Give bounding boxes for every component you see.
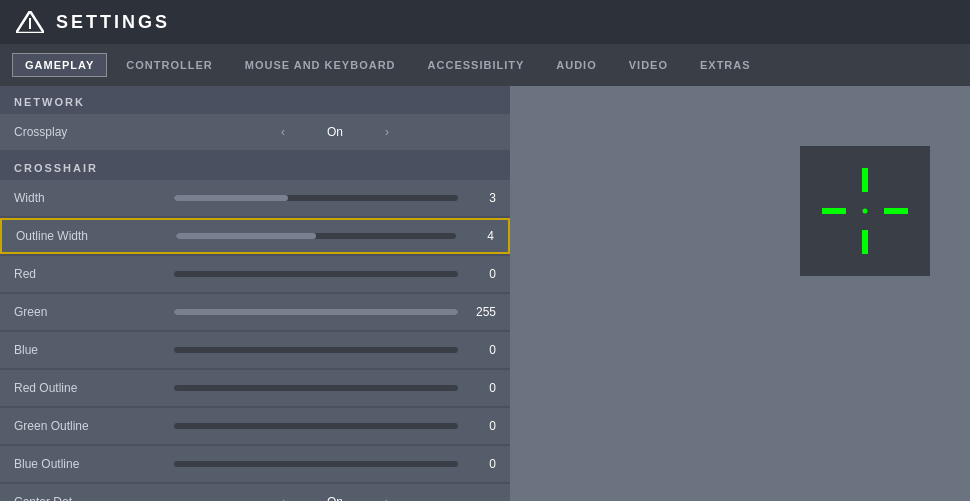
crossplay-control: ‹ On › [174,125,496,139]
main-content: NETWORK Crossplay ‹ On › CROSSHAIR Width… [0,86,970,501]
setting-width: Width 3 [0,180,510,216]
green-outline-slider[interactable] [174,423,458,429]
tab-video[interactable]: VIDEO [616,53,681,77]
crossplay-right-arrow[interactable]: › [377,125,397,139]
red-outline-value: 0 [466,381,496,395]
green-value: 255 [466,305,496,319]
crosshair-preview-svg [800,146,930,276]
section-network-header: NETWORK [0,86,510,114]
red-outline-control: 0 [174,381,496,395]
settings-panel: NETWORK Crossplay ‹ On › CROSSHAIR Width… [0,86,510,501]
red-control: 0 [174,267,496,281]
svg-rect-5 [822,208,846,214]
svg-rect-6 [884,208,908,214]
center-dot-right-arrow[interactable]: › [377,495,397,501]
header: SETTINGS [0,0,970,44]
center-dot-value: On [305,495,365,501]
svg-rect-3 [862,168,868,192]
setting-red: Red 0 [0,256,510,292]
setting-crossplay: Crossplay ‹ On › [0,114,510,150]
blue-label: Blue [14,343,174,357]
nav-tabs: GAMEPLAY CONTROLLER MOUSE AND KEYBOARD A… [0,44,970,86]
tab-gameplay[interactable]: GAMEPLAY [12,53,107,77]
right-panel [510,86,970,501]
tab-accessibility[interactable]: ACCESSIBILITY [415,53,538,77]
green-outline-label: Green Outline [14,419,174,433]
crossplay-left-arrow[interactable]: ‹ [273,125,293,139]
red-slider[interactable] [174,271,458,277]
center-dot-control: ‹ On › [174,495,496,501]
width-value: 3 [466,191,496,205]
red-label: Red [14,267,174,281]
green-outline-control: 0 [174,419,496,433]
tab-mouse-keyboard[interactable]: MOUSE AND KEYBOARD [232,53,409,77]
blue-value: 0 [466,343,496,357]
section-crosshair-header: CROSSHAIR [0,152,510,180]
crossplay-value: On [305,125,365,139]
green-control: 255 [174,305,496,319]
tab-controller[interactable]: CONTROLLER [113,53,225,77]
outline-width-slider[interactable] [176,233,456,239]
tab-extras[interactable]: EXTRAS [687,53,764,77]
setting-center-dot: Center Dot ‹ On › [0,484,510,501]
blue-outline-control: 0 [174,457,496,471]
setting-red-outline: Red Outline 0 [0,370,510,406]
width-control: 3 [174,191,496,205]
svg-point-7 [863,209,868,214]
red-outline-label: Red Outline [14,381,174,395]
setting-green: Green 255 [0,294,510,330]
setting-green-outline: Green Outline 0 [0,408,510,444]
width-label: Width [14,191,174,205]
crosshair-preview [800,146,930,276]
blue-outline-value: 0 [466,457,496,471]
svg-rect-4 [862,230,868,254]
blue-outline-label: Blue Outline [14,457,174,471]
green-label: Green [14,305,174,319]
center-dot-label: Center Dot [14,495,174,501]
crossplay-label: Crossplay [14,125,174,139]
blue-control: 0 [174,343,496,357]
outline-width-control: 4 [176,229,494,243]
green-outline-value: 0 [466,419,496,433]
page-title: SETTINGS [56,12,170,33]
outline-width-value: 4 [464,229,494,243]
width-slider[interactable] [174,195,458,201]
outline-width-label: Outline Width [16,229,176,243]
blue-slider[interactable] [174,347,458,353]
center-dot-left-arrow[interactable]: ‹ [273,495,293,501]
setting-outline-width: Outline Width 4 [0,218,510,254]
setting-blue-outline: Blue Outline 0 [0,446,510,482]
green-slider[interactable] [174,309,458,315]
logo-icon [16,11,44,33]
tab-audio[interactable]: AUDIO [543,53,609,77]
blue-outline-slider[interactable] [174,461,458,467]
setting-blue: Blue 0 [0,332,510,368]
red-outline-slider[interactable] [174,385,458,391]
red-value: 0 [466,267,496,281]
